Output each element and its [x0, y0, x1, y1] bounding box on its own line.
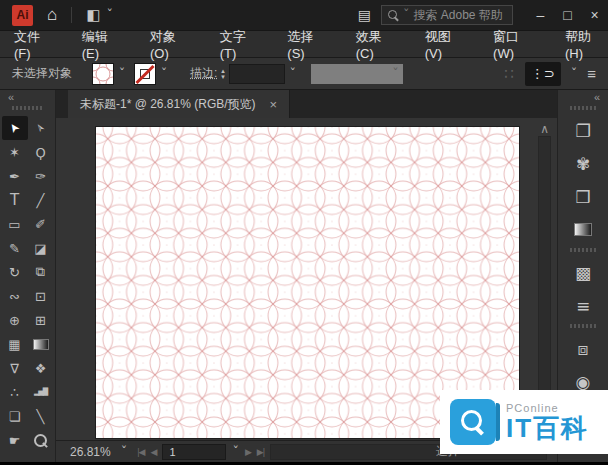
type-tool[interactable]: T [2, 188, 28, 212]
minimize-button[interactable]: – [527, 0, 554, 30]
lasso-tool-icon: Ϙ [35, 145, 45, 160]
zoom-chevron-icon: ˇ [121, 448, 128, 456]
gradient-tool[interactable] [28, 332, 54, 356]
maximize-button[interactable]: □ [554, 0, 581, 30]
document-tab[interactable]: 未标题-1* @ 26.81% (RGB/预览) × [68, 90, 290, 118]
transparency-panel-button[interactable]: ⧈ [558, 332, 608, 365]
puppet-warp-tool[interactable]: ∾ [2, 284, 28, 308]
dock-grip-2[interactable] [570, 248, 596, 252]
symbol-sprayer-tool[interactable]: ∴ [2, 380, 28, 404]
menu-help[interactable]: 帮助(H) [565, 28, 608, 61]
transparency-panel-icon: ⧈ [578, 339, 589, 359]
color-panel-button[interactable]: ✾ [558, 147, 608, 180]
watermark-logo-icon [450, 399, 496, 445]
tools-panel-grip[interactable] [12, 106, 43, 110]
eraser-tool[interactable]: ◪ [28, 236, 54, 260]
menu-type[interactable]: 文字(T) [220, 28, 262, 61]
shaper-tool-icon: ✎ [9, 241, 20, 256]
home-icon[interactable]: ⌂ [47, 5, 57, 25]
pen-tool[interactable]: ✒ [2, 164, 28, 188]
artboard-tool[interactable]: ❏ [2, 404, 28, 428]
menu-view[interactable]: 视图(V) [425, 28, 467, 61]
dock-grip[interactable] [570, 106, 596, 110]
selection-tool[interactable]: ➤ [2, 116, 28, 140]
variable-width-dropdown[interactable]: ˇ [311, 64, 403, 84]
menu-effect[interactable]: 效果(C) [356, 28, 399, 61]
artboard-tool-icon: ❏ [9, 409, 21, 424]
last-artboard-icon[interactable]: ▶| [257, 447, 264, 457]
shape-builder-tool-icon: ⊕ [9, 313, 20, 328]
next-artboard-icon[interactable]: ▶ [245, 447, 251, 457]
select-similar-chevron-icon[interactable]: ˇ [571, 70, 578, 78]
arrange-documents-icon[interactable]: ◧ [86, 6, 100, 24]
select-similar-button[interactable]: ⋮⊃ [525, 62, 561, 86]
panel-menu-icon[interactable]: ≡ [587, 65, 596, 82]
stroke-swatch[interactable] [134, 63, 156, 85]
artboard-chevron-icon[interactable]: ˇ [232, 448, 239, 456]
rectangle-tool[interactable]: ▭ [2, 212, 28, 236]
watermark-magnifier-icon [461, 410, 485, 434]
scrollbar-up-icon[interactable]: ∧ [540, 122, 549, 136]
blend-tool[interactable]: ❖ [28, 356, 54, 380]
scale-tool[interactable]: ⧉ [28, 260, 54, 284]
stroke-panel-button[interactable]: ≡ [558, 289, 608, 322]
menu-object[interactable]: 对象(O) [150, 28, 194, 61]
paintbrush-tool[interactable]: ✐ [28, 212, 54, 236]
curvature-tool[interactable]: ✑ [28, 164, 54, 188]
arrange-documents-chevron-icon[interactable]: ˇ [106, 11, 113, 19]
line-segment-tool[interactable]: ╱ [28, 188, 54, 212]
share-panel-icon[interactable]: ▤ [358, 7, 371, 23]
stroke-weight-stepper[interactable]: ▴ ▾ [221, 68, 225, 80]
perspective-grid-tool[interactable]: ⊞ [28, 308, 54, 332]
fill-chevron-icon[interactable]: ˇ [114, 63, 130, 85]
stroke-chevron-icon[interactable]: ˇ [156, 63, 172, 85]
previous-artboard-icon[interactable]: ◀ [150, 447, 156, 457]
menu-select[interactable]: 选择(S) [287, 28, 329, 61]
free-transform-tool[interactable]: ⊡ [28, 284, 54, 308]
app-logo-icon: Ai [12, 5, 33, 26]
symbols-panel-button[interactable]: ▩ [558, 256, 608, 289]
slice-tool[interactable]: ╲ [28, 404, 54, 428]
window-controls: – □ × [527, 0, 608, 30]
shaper-tool[interactable]: ✎ [2, 236, 28, 260]
search-input[interactable]: ˇ 搜索 Adobe 帮助 [381, 5, 513, 25]
close-button[interactable]: × [581, 0, 608, 30]
magic-wand-tool[interactable]: ✶ [2, 140, 28, 164]
shape-builder-tool[interactable]: ⊕ [2, 308, 28, 332]
menu-window[interactable]: 窗口(W) [493, 28, 539, 61]
mesh-tool[interactable]: ▦ [2, 332, 28, 356]
first-artboard-icon[interactable]: |◀ [137, 447, 144, 457]
direct-selection-tool[interactable]: ➢ [28, 116, 54, 140]
stroke-weight-input[interactable] [229, 64, 285, 84]
fill-swatch[interactable] [92, 63, 114, 85]
type-tool-icon: T [10, 191, 19, 209]
graph-tool[interactable]: ▂▅█ [28, 380, 54, 404]
eyedropper-tool-icon: ∇ [10, 361, 19, 376]
stroke-weight-chevron-icon[interactable]: ˇ [285, 63, 301, 85]
menu-file[interactable]: 文件(F) [14, 28, 56, 61]
symbols-panel-icon: ▩ [575, 263, 591, 283]
stepper-down-icon[interactable]: ▾ [221, 74, 225, 80]
zoom-level-dropdown[interactable]: 26.81% ˇ [66, 444, 131, 460]
document-setup-icon[interactable]: ∷ [504, 65, 515, 83]
collapse-tools-icon[interactable]: « [8, 91, 14, 103]
illustrator-window: Ai ⌂ ◧ ˇ ▤ ˇ 搜索 Adobe 帮助 – □ × 文件(F) 编辑(… [0, 0, 608, 465]
lasso-tool[interactable]: Ϙ [28, 140, 54, 164]
menu-edit[interactable]: 编辑(E) [82, 28, 124, 61]
line-segment-tool-icon: ╱ [37, 193, 45, 208]
dock-grip-3[interactable] [570, 324, 596, 328]
expand-panels-icon[interactable]: « [594, 91, 600, 103]
swatches-panel-button[interactable]: ❒ [558, 180, 608, 213]
watermark: PConline IT百科 [440, 390, 608, 454]
artboard-number-field[interactable]: 1 [162, 444, 226, 460]
hand-tool-icon: ☛ [9, 433, 21, 448]
rotate-tool[interactable]: ↻ [2, 260, 28, 284]
gradient-panel-button[interactable] [558, 213, 608, 246]
layers-panel-button[interactable]: ❐ [558, 114, 608, 147]
title-bar: Ai ⌂ ◧ ˇ ▤ ˇ 搜索 Adobe 帮助 – □ × [0, 0, 608, 30]
eyedropper-tool[interactable]: ∇ [2, 356, 28, 380]
zoom-tool[interactable] [28, 428, 54, 452]
hand-tool[interactable]: ☛ [2, 428, 28, 452]
tools-panel: « ➤ ➢ ✶ Ϙ ✒ ✑ T ╱ ▭ ✐ ✎ ◪ ↻ ⧉ ∾ ⊡ ⊕ [0, 90, 56, 462]
tab-close-icon[interactable]: × [270, 97, 278, 112]
